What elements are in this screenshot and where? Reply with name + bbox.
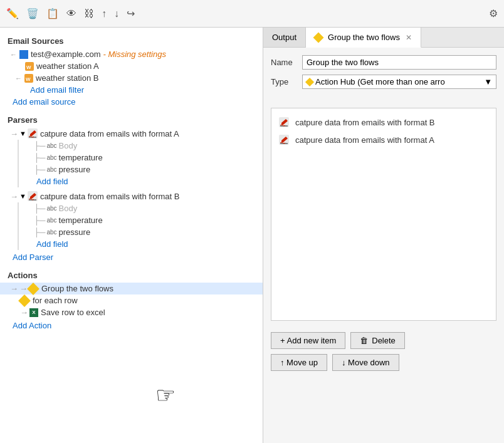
delete-icon[interactable]: 🗑️: [26, 8, 39, 19]
rotate-icon[interactable]: ↪: [127, 8, 135, 19]
parser-a-temp-label: temperature: [59, 153, 103, 162]
weather-a-label: weather station A: [36, 61, 99, 71]
copy-icon[interactable]: 📋: [46, 8, 59, 19]
item-a-pencil-icon: [279, 135, 289, 145]
add-field-a-link[interactable]: Add field: [34, 177, 68, 186]
arrow-down-icon[interactable]: ↓: [114, 8, 119, 19]
add-action-item[interactable]: Add Action: [0, 320, 263, 331]
parser-a-body-label: Body: [59, 141, 78, 150]
type-label: Type: [271, 77, 302, 86]
panel-fields: Name Type Action Hub (Get more than one …: [263, 48, 504, 102]
abc-temp-a-icon: abc: [46, 154, 56, 161]
item-b-label: catpure data from emails with format B: [295, 118, 435, 127]
eye-icon[interactable]: 👁: [66, 8, 76, 19]
weather-b-label: weather station B: [36, 73, 98, 83]
email-icon: [19, 50, 28, 59]
arrow-excel-icon: →: [20, 308, 28, 317]
weather-b-item[interactable]: ← W weather station B: [0, 72, 263, 84]
foreach-icon: [18, 294, 31, 307]
add-email-filter-item[interactable]: Add email filter: [0, 84, 263, 96]
tab-diamond-icon: [313, 32, 324, 43]
toolbar: ✏️ 🗑️ 📋 👁 ⛓ ↑ ↓ ↪ ⚙: [0, 0, 504, 28]
add-email-source-item[interactable]: Add email source: [0, 96, 263, 108]
item-b-pencil-icon: [279, 117, 289, 127]
parser-a-item[interactable]: → ▼ catpure data from emails with format…: [0, 127, 263, 140]
abc-icon: abc: [46, 142, 56, 149]
button-row-2: ↑ Move up ↓ Move down: [271, 354, 496, 371]
svg-text:W: W: [26, 76, 31, 82]
add-email-filter-link[interactable]: Add email filter: [28, 85, 84, 95]
parser-b-item[interactable]: → ▼ catpure data from emails with format…: [0, 190, 263, 202]
abc-pres-b-icon: abc: [46, 229, 56, 236]
parser-a-body[interactable]: ├─ abc Body: [24, 140, 263, 152]
parser-b-label: catpure data from emails with format B: [40, 192, 180, 201]
add-field-b-item[interactable]: Add field: [24, 238, 263, 250]
svg-text:W: W: [26, 65, 31, 70]
move-up-button[interactable]: ↑ Move up: [271, 354, 327, 371]
weather-icon: W: [25, 62, 34, 71]
name-field-row: Name: [271, 55, 496, 70]
right-panel: Output Group the two flows ✕ Name Type A…: [263, 28, 504, 443]
email-sources-header: Email Sources: [0, 33, 263, 48]
parsers-header: Parsers: [0, 112, 263, 127]
weather-b-icon: W: [24, 74, 33, 83]
parser-a-pressure[interactable]: ├─ abc pressure: [24, 164, 263, 175]
parser-b-pencil-icon: [28, 191, 38, 201]
abc-temp-b-icon: abc: [46, 217, 56, 224]
delete-button[interactable]: 🗑 Delete: [350, 332, 405, 349]
arrow-parser-a-icon: →: [10, 129, 18, 138]
email-address-label: test@example.com: [31, 50, 100, 59]
missing-settings-label: - Missing settings: [103, 50, 165, 59]
add-field-a-item[interactable]: Add field: [24, 175, 263, 187]
settings-icon[interactable]: ⚙: [489, 8, 498, 19]
name-input[interactable]: [302, 55, 496, 70]
expand-b-icon: ▼: [19, 192, 26, 200]
add-email-source-link[interactable]: Add email source: [10, 97, 75, 107]
parser-b-temperature[interactable]: ├─ abc temperature: [24, 214, 263, 226]
abc-body-b-icon: abc: [46, 205, 56, 212]
abc-pres-a-icon: abc: [46, 166, 56, 173]
action-group-item[interactable]: → → Group the two flows: [0, 283, 263, 294]
tab-output-label: Output: [272, 33, 297, 42]
parser-a-temperature[interactable]: ├─ abc temperature: [24, 152, 263, 164]
tab-output[interactable]: Output: [263, 28, 306, 47]
add-field-b-link[interactable]: Add field: [34, 239, 68, 249]
action-excel-label: Save row to excel: [41, 308, 105, 317]
main-layout: Email Sources ← test@example.com - Missi…: [0, 28, 504, 443]
item-a-label: catpure data from emails with format A: [295, 135, 434, 145]
edit-icon[interactable]: ✏️: [6, 8, 19, 19]
parser-a-pencil-icon: [28, 128, 38, 138]
add-parser-item[interactable]: Add Parser: [0, 251, 263, 263]
tab-close-icon[interactable]: ✕: [406, 33, 412, 42]
email-source-item[interactable]: ← test@example.com - Missing settings: [0, 48, 263, 60]
type-diamond-icon: [305, 77, 314, 86]
move-down-button[interactable]: ↓ Move down: [332, 354, 399, 371]
tab-group-flows[interactable]: Group the two flows ✕: [306, 28, 421, 48]
parser-b-fields: ├─ abc Body ├─ abc temperature ├─ abc pr…: [18, 202, 263, 250]
weather-a-item[interactable]: W weather station A: [0, 60, 263, 72]
action-excel-item[interactable]: → X Save row to excel: [0, 306, 263, 318]
tab-group-flows-label: Group the two flows: [328, 33, 400, 42]
parser-b-pres-label: pressure: [59, 227, 91, 237]
bottom-buttons: + Add new item 🗑 Delete ↑ Move up ↓ Move…: [263, 327, 504, 376]
expand-a-icon: ▼: [19, 130, 26, 137]
arrow-up-icon[interactable]: ↑: [102, 8, 107, 19]
add-action-link[interactable]: Add Action: [10, 321, 51, 330]
action-foreach-item[interactable]: for each row: [0, 294, 263, 306]
add-parser-link[interactable]: Add Parser: [10, 253, 53, 262]
left-arrow-icon: ←: [10, 51, 17, 58]
parser-b-pressure[interactable]: ├─ abc pressure: [24, 226, 263, 238]
item-format-b[interactable]: catpure data from emails with format B: [276, 113, 491, 131]
item-format-a[interactable]: catpure data from emails with format A: [276, 131, 491, 149]
arrow-group-icon: →: [10, 284, 18, 293]
tabs-bar: Output Group the two flows ✕: [263, 28, 504, 48]
arrow-parser-b-icon: →: [10, 192, 18, 201]
type-select[interactable]: Action Hub (Get more than one arro ▼: [302, 75, 496, 89]
action-group-label: Group the two flows: [41, 284, 113, 293]
name-label: Name: [271, 58, 302, 67]
add-new-item-button[interactable]: + Add new item: [271, 332, 345, 349]
parser-b-body-label: Body: [59, 204, 78, 213]
parser-b-body[interactable]: ├─ abc Body: [24, 202, 263, 214]
link-icon[interactable]: ⛓: [84, 8, 94, 19]
delete-label: Delete: [372, 336, 396, 345]
